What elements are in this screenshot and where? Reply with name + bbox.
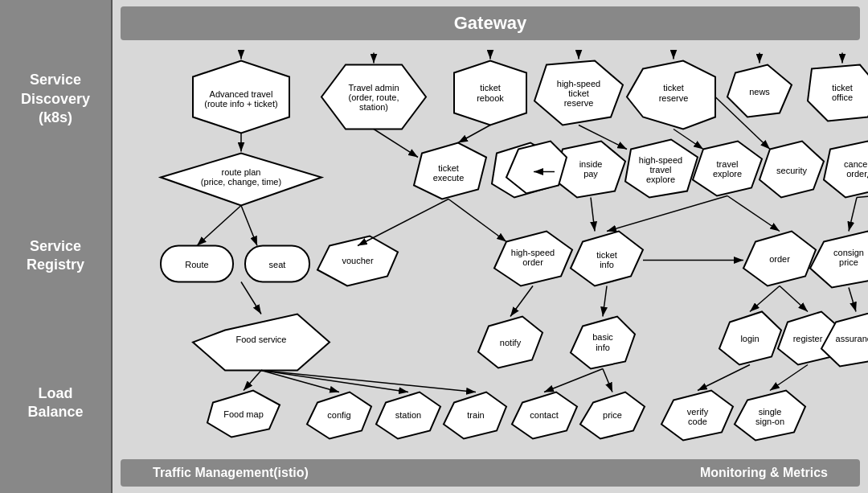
svg-text:notify: notify — [500, 338, 522, 347]
svg-text:route plan: route plan — [222, 167, 261, 177]
svg-text:high-speed: high-speed — [639, 155, 682, 165]
svg-text:sign-on: sign-on — [755, 417, 784, 426]
svg-line-82 — [607, 196, 727, 232]
svg-text:train: train — [467, 410, 484, 420]
svg-text:info: info — [600, 260, 614, 269]
main-container: ServiceDiscovery(k8s) ServiceRegistry Lo… — [0, 0, 868, 493]
svg-text:ticket: ticket — [663, 83, 684, 92]
svg-line-131 — [770, 365, 808, 391]
svg-text:Advanced travel: Advanced travel — [210, 89, 273, 99]
svg-text:register: register — [793, 334, 823, 343]
svg-text:basic: basic — [592, 332, 613, 342]
sidebar: ServiceDiscovery(k8s) ServiceRegistry Lo… — [0, 0, 113, 493]
svg-line-127 — [261, 371, 476, 392]
svg-text:reserve: reserve — [659, 93, 689, 103]
gateway-label: Gateway — [454, 13, 527, 33]
traffic-management-label: Traffic Management(istio) — [153, 466, 309, 480]
svg-text:order: order — [522, 257, 543, 267]
svg-text:ticket: ticket — [438, 163, 459, 173]
gateway-bar: Gateway — [121, 6, 860, 40]
svg-text:contact: contact — [530, 410, 558, 420]
svg-text:voucher: voucher — [342, 256, 373, 265]
svg-text:pay: pay — [583, 169, 598, 179]
svg-text:login: login — [740, 334, 759, 343]
svg-line-104 — [849, 288, 856, 312]
svg-text:high-speed: high-speed — [511, 248, 555, 257]
svg-text:inside: inside — [579, 159, 603, 169]
monitoring-metrics-label: Monitoring & Metrics — [700, 466, 828, 480]
svg-line-103 — [780, 286, 808, 312]
svg-line-79 — [358, 199, 448, 246]
svg-text:explore: explore — [713, 169, 742, 179]
svg-text:ticket: ticket — [596, 250, 617, 260]
svg-text:rebook: rebook — [477, 93, 504, 103]
svg-text:cancel: cancel — [844, 159, 868, 169]
svg-line-78 — [241, 206, 257, 246]
svg-text:info: info — [596, 343, 610, 352]
svg-line-101 — [603, 286, 607, 317]
svg-text:station: station — [395, 410, 421, 420]
svg-text:ticket: ticket — [480, 83, 501, 92]
svg-text:Route: Route — [185, 260, 208, 269]
svg-text:seat: seat — [269, 260, 286, 269]
svg-line-84 — [849, 198, 857, 232]
svg-text:security: security — [776, 166, 807, 175]
svg-text:ticket: ticket — [568, 88, 589, 98]
svg-line-77 — [197, 206, 241, 246]
svg-text:travel: travel — [650, 165, 672, 175]
svg-line-56 — [458, 125, 490, 143]
svg-line-55 — [374, 129, 418, 158]
svg-line-81 — [591, 198, 595, 232]
svg-text:station): station) — [359, 102, 388, 112]
svg-text:price: price — [839, 257, 858, 267]
svg-text:assurance: assurance — [836, 334, 868, 343]
svg-text:single: single — [759, 407, 782, 417]
diagram-area: Gateway Advanced travel (route info + ti… — [113, 0, 868, 493]
svg-line-128 — [544, 369, 603, 392]
svg-line-125 — [261, 371, 339, 392]
svg-line-83 — [727, 196, 780, 232]
svg-text:execute: execute — [433, 173, 465, 183]
svg-text:explore: explore — [646, 175, 675, 184]
svg-text:consign: consign — [833, 248, 864, 257]
svg-text:office: office — [832, 92, 853, 102]
svg-text:verify: verify — [687, 407, 709, 417]
svg-text:high-speed: high-speed — [557, 79, 600, 88]
svg-text:reserve: reserve — [564, 98, 594, 108]
svg-text:travel: travel — [717, 159, 739, 169]
svg-line-99 — [241, 282, 261, 314]
svg-text:Food map: Food map — [223, 409, 264, 419]
svg-text:ticket: ticket — [832, 83, 853, 92]
svg-text:price: price — [603, 410, 622, 420]
svg-text:code: code — [688, 417, 707, 426]
svg-line-129 — [603, 369, 612, 392]
svg-text:news: news — [749, 87, 770, 97]
bottom-bar: Traffic Management(istio) Monitoring & M… — [121, 459, 860, 487]
svg-line-124 — [244, 371, 261, 391]
diagram-svg: Advanced travel (route info + ticket) Tr… — [113, 40, 868, 459]
svg-line-102 — [750, 286, 780, 312]
svg-text:(price, change, time): (price, change, time) — [201, 177, 281, 187]
svg-line-130 — [698, 365, 750, 391]
sidebar-load-balance: LoadBalance — [27, 384, 83, 422]
svg-line-100 — [510, 286, 533, 317]
svg-text:Travel admin: Travel admin — [348, 83, 399, 92]
svg-text:order: order — [769, 254, 790, 264]
sidebar-service-registry: ServiceRegistry — [27, 237, 84, 275]
svg-text:(order, route,: (order, route, — [349, 92, 399, 102]
svg-text:order: order — [846, 169, 867, 179]
svg-text:config: config — [327, 410, 350, 420]
sidebar-service-discovery: ServiceDiscovery(k8s) — [21, 71, 90, 127]
svg-text:Food service: Food service — [236, 335, 287, 344]
svg-container: Advanced travel (route info + ticket) Tr… — [113, 40, 868, 459]
svg-line-126 — [261, 371, 408, 392]
svg-text:(route info + ticket): (route info + ticket) — [204, 99, 277, 109]
svg-line-80 — [448, 199, 506, 242]
